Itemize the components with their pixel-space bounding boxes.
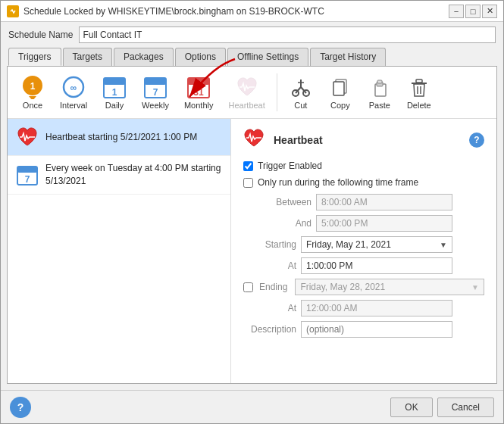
toolbar-copy[interactable]: Copy [321, 71, 359, 114]
main-content: Heartbeat starting 5/21/2021 1:00 PM 7 E… [8, 119, 496, 383]
toolbar-once[interactable]: 1 Once [14, 71, 52, 114]
and-input[interactable] [316, 215, 452, 232]
toolbar-delete[interactable]: Delete [400, 71, 438, 114]
time-frame-row: Only run during the following time frame [243, 177, 484, 188]
ending-at-label: At [243, 303, 296, 313]
svg-rect-13 [188, 78, 209, 85]
description-input[interactable] [301, 321, 452, 338]
interval-label: Interval [60, 101, 87, 110]
starting-dropdown[interactable]: Friday, May 21, 2021 ▼ [301, 236, 452, 253]
at-input[interactable] [301, 257, 452, 274]
list-item[interactable]: 7 Every week on Tuesday at 4:00 PM start… [8, 156, 230, 195]
panel-help-button[interactable]: ? [469, 132, 484, 148]
trigger-enabled-row: Trigger Enabled [243, 161, 484, 171]
cancel-button[interactable]: Cancel [437, 398, 494, 417]
and-label: And [258, 218, 311, 229]
paste-toolbar-icon [368, 75, 392, 99]
schedule-name-input[interactable] [79, 26, 496, 43]
time-frame-checkbox[interactable] [243, 178, 253, 188]
main-window: Schedule Locked by WHISKEYTIME\brock.bin… [0, 0, 504, 424]
svg-marker-3 [29, 96, 36, 99]
tab-targets[interactable]: Targets [63, 48, 112, 66]
monthly-toolbar-icon: 31 [186, 75, 211, 99]
trigger-1-text: Heartbeat starting 5/21/2021 1:00 PM [45, 131, 197, 144]
description-row: Description [243, 321, 484, 338]
monthly-label: Monthly [184, 101, 214, 110]
tab-triggers[interactable]: Triggers [8, 48, 61, 66]
at-row: At [243, 257, 484, 274]
app-icon [7, 5, 19, 17]
trigger-enabled-label: Trigger Enabled [258, 161, 322, 171]
content-area: 1 Once ∞ Interval [7, 66, 497, 384]
list-item[interactable]: Heartbeat starting 5/21/2021 1:00 PM [8, 119, 230, 156]
svg-text:1: 1 [30, 81, 36, 92]
once-label: Once [23, 101, 42, 110]
bottom-left: ? [10, 397, 31, 418]
between-input[interactable] [316, 194, 452, 210]
tab-options[interactable]: Options [175, 48, 226, 66]
and-row: And [258, 215, 484, 232]
starting-dropdown-arrow: ▼ [440, 241, 447, 249]
ending-dropdown[interactable]: Friday, May 28, 2021 ▼ [295, 279, 484, 295]
starting-label: Starting [243, 239, 296, 250]
tab-offline-settings[interactable]: Offline Settings [227, 48, 308, 66]
svg-text:7: 7 [153, 87, 158, 98]
svg-rect-10 [145, 78, 166, 85]
daily-toolbar-icon: 1 [102, 75, 127, 99]
tab-target-history[interactable]: Target History [310, 48, 386, 66]
starting-row: Starting Friday, May 21, 2021 ▼ [243, 236, 484, 253]
schedule-name-label: Schedule Name [8, 30, 73, 40]
starting-value: Friday, May 21, 2021 [306, 239, 391, 250]
trigger-enabled-checkbox[interactable] [243, 161, 253, 171]
paste-label: Paste [369, 101, 390, 110]
once-toolbar-icon: 1 [20, 75, 45, 99]
toolbar-daily[interactable]: 1 Daily [95, 71, 133, 114]
delete-toolbar-icon [407, 75, 431, 99]
heartbeat-config-panel: Heartbeat ? Trigger Enabled Only run dur… [231, 119, 496, 383]
between-label: Between [258, 197, 311, 207]
svg-text:7: 7 [25, 174, 30, 185]
toolbar-interval[interactable]: ∞ Interval [53, 71, 94, 114]
weekly-label: Weekly [142, 101, 169, 110]
trigger-heartbeat-icon [15, 125, 39, 149]
at-label: At [243, 260, 296, 271]
toolbar-separator [277, 73, 277, 111]
svg-rect-31 [17, 167, 37, 173]
toolbar-cut[interactable]: Cut [282, 71, 320, 114]
help-button[interactable]: ? [10, 397, 31, 418]
cut-toolbar-icon [289, 75, 313, 99]
toolbar: 1 Once ∞ Interval [8, 67, 496, 119]
minimize-button[interactable]: − [449, 5, 464, 18]
ok-button[interactable]: OK [390, 398, 432, 417]
toolbar-paste[interactable]: Paste [361, 71, 399, 114]
tab-packages[interactable]: Packages [114, 48, 174, 66]
title-bar-left: Schedule Locked by WHISKEYTIME\brock.bin… [7, 5, 324, 17]
maximize-button[interactable]: □ [465, 5, 481, 18]
ending-row: Ending Friday, May 28, 2021 ▼ [243, 279, 484, 295]
between-row: Between [258, 194, 484, 210]
bottom-bar: ? OK Cancel [1, 390, 503, 423]
ending-value: Friday, May 28, 2021 [300, 282, 385, 292]
ending-at-row: At [243, 300, 484, 316]
heartbeat-label: Heartbeat [228, 101, 265, 110]
cut-label: Cut [294, 101, 307, 110]
window-title: Schedule Locked by WHISKEYTIME\brock.bin… [23, 6, 324, 17]
close-button[interactable]: ✕ [482, 5, 497, 18]
daily-label: Daily [105, 101, 124, 110]
panel-icon [243, 128, 265, 151]
svg-rect-22 [333, 82, 344, 95]
ending-at-input[interactable] [301, 300, 452, 316]
toolbar-weekly[interactable]: 7 Weekly [135, 71, 176, 114]
description-label: Description [243, 324, 296, 335]
toolbar-monthly[interactable]: 31 Monthly [177, 71, 221, 114]
schedule-name-row: Schedule Name [1, 22, 503, 48]
ending-dropdown-arrow: ▼ [471, 283, 479, 292]
title-bar: Schedule Locked by WHISKEYTIME\brock.bin… [1, 1, 503, 22]
bottom-right: OK Cancel [390, 398, 494, 417]
toolbar-heartbeat[interactable]: Heartbeat [221, 71, 271, 114]
ending-checkbox[interactable] [243, 282, 253, 292]
svg-text:1: 1 [112, 87, 117, 98]
panel-header: Heartbeat ? [243, 128, 484, 151]
svg-rect-27 [416, 80, 422, 83]
svg-rect-7 [104, 78, 125, 85]
